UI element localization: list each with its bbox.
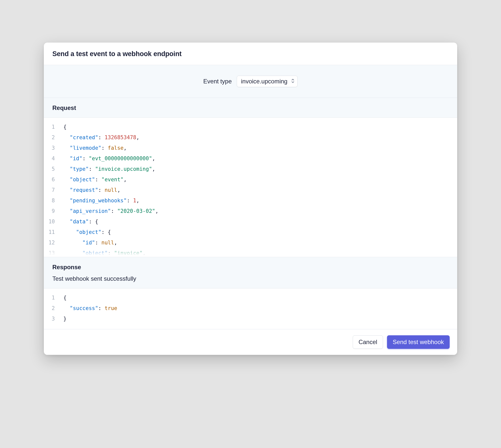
code-line: 9 "api_version": "2020-03-02", [44, 206, 457, 216]
code-line: 11 "object": { [44, 227, 457, 237]
line-number: 3 [44, 143, 63, 153]
line-number: 10 [44, 216, 63, 227]
event-type-select-button[interactable]: invoice.upcoming [237, 76, 298, 87]
code-content: "data": { [63, 216, 98, 227]
code-content: "object": "invoice", [63, 248, 146, 257]
response-status-text: Test webhook sent successfully [52, 275, 449, 282]
code-line: 10 "data": { [44, 216, 457, 227]
event-type-select[interactable]: invoice.upcoming [237, 76, 298, 87]
code-content: { [63, 122, 67, 132]
modal-title: Send a test event to a webhook endpoint [52, 50, 449, 58]
code-line: 8 "pending_webhooks": 1, [44, 195, 457, 206]
line-number: 9 [44, 206, 63, 216]
response-heading: Response [52, 264, 449, 271]
event-type-label: Event type [203, 78, 232, 85]
line-number: 4 [44, 153, 63, 164]
line-number: 2 [44, 132, 63, 143]
line-number: 13 [44, 248, 63, 257]
code-line: 1{ [44, 122, 457, 132]
code-line: 1{ [44, 292, 457, 303]
code-line: 13 "object": "invoice", [44, 248, 457, 257]
event-type-bar: Event type invoice.upcoming [44, 65, 457, 98]
code-content: "success": true [63, 303, 117, 314]
code-line: 4 "id": "evt_00000000000000", [44, 153, 457, 164]
line-number: 6 [44, 174, 63, 185]
code-line: 2 "created": 1326853478, [44, 132, 457, 143]
line-number: 3 [44, 314, 63, 324]
code-content: "object": { [63, 227, 111, 237]
line-number: 1 [44, 292, 63, 303]
line-number: 8 [44, 195, 63, 206]
modal-footer: Cancel Send test webhook [44, 329, 457, 355]
response-code-block[interactable]: 1{2 "success": true3} [44, 288, 457, 329]
code-line: 3} [44, 314, 457, 324]
send-test-webhook-button[interactable]: Send test webhook [387, 335, 450, 349]
code-content: "object": "event", [63, 174, 127, 185]
line-number: 7 [44, 185, 63, 195]
code-line: 12 "id": null, [44, 237, 457, 248]
code-line: 6 "object": "event", [44, 174, 457, 185]
line-number: 11 [44, 227, 63, 237]
send-test-event-modal: Send a test event to a webhook endpoint … [44, 43, 457, 355]
request-code-block[interactable]: 1{2 "created": 1326853478,3 "livemode": … [44, 118, 457, 257]
cancel-button[interactable]: Cancel [353, 335, 383, 349]
line-number: 12 [44, 237, 63, 248]
code-content: "id": null, [63, 237, 117, 248]
code-line: 2 "success": true [44, 303, 457, 314]
code-content: "api_version": "2020-03-02", [63, 206, 158, 216]
code-content: } [63, 314, 67, 324]
line-number: 1 [44, 122, 63, 132]
code-content: "livemode": false, [63, 143, 127, 153]
line-number: 5 [44, 164, 63, 174]
line-number: 2 [44, 303, 63, 314]
code-line: 3 "livemode": false, [44, 143, 457, 153]
code-line: 5 "type": "invoice.upcoming", [44, 164, 457, 174]
response-section-header: Response Test webhook sent successfully [44, 257, 457, 288]
code-content: "created": 1326853478, [63, 132, 139, 143]
request-heading: Request [52, 104, 449, 111]
modal-header: Send a test event to a webhook endpoint [44, 43, 457, 65]
code-content: "type": "invoice.upcoming", [63, 164, 155, 174]
code-content: "request": null, [63, 185, 120, 195]
code-content: "id": "evt_00000000000000", [63, 153, 155, 164]
code-line: 7 "request": null, [44, 185, 457, 195]
code-content: "pending_webhooks": 1, [63, 195, 139, 206]
code-content: { [63, 292, 67, 303]
request-section-header: Request [44, 98, 457, 118]
